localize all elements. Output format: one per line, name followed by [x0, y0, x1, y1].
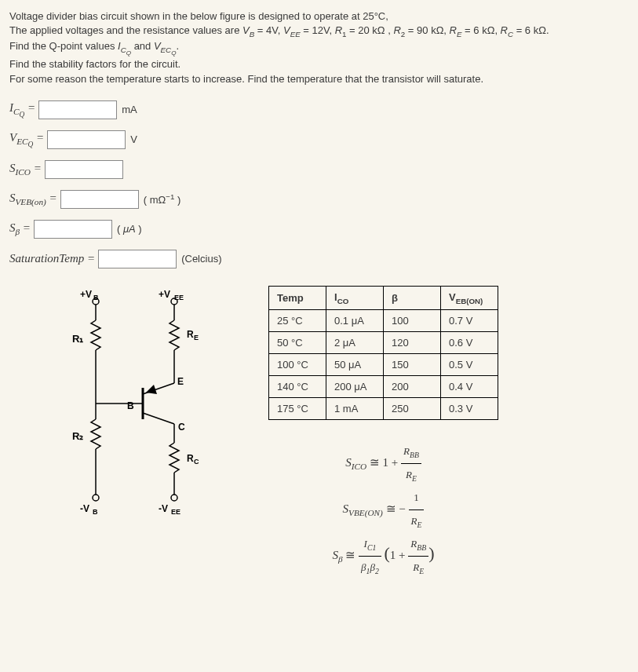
sattemp-input[interactable]: [98, 250, 177, 268]
svg-text:-V: -V: [159, 503, 168, 514]
th-ico: ICO: [326, 286, 384, 310]
svg-text:B: B: [93, 508, 98, 516]
th-temp: Temp: [269, 286, 326, 310]
line1: Voltage divider bias circuit shown in th…: [9, 9, 629, 24]
problem-statement: Voltage divider bias circuit shown in th…: [9, 9, 629, 86]
vecq-unit: V: [130, 133, 137, 145]
sbeta-input[interactable]: [34, 220, 112, 239]
circuit-diagram: +V B R₁ R₂ -V B +V EE R: [49, 286, 229, 537]
svg-text:EE: EE: [171, 508, 180, 516]
table-header-row: Temp ICO β VEB(ON): [269, 286, 498, 310]
icq-label: ICQ =: [9, 101, 35, 119]
transistor-data-table: Temp ICO β VEB(ON) 25 °C0.1 μA1000.7 V 5…: [268, 286, 498, 421]
vecq-input[interactable]: [47, 130, 126, 149]
svg-text:R₁: R₁: [72, 333, 83, 345]
sico-input[interactable]: [45, 160, 123, 179]
svg-point-32: [171, 495, 177, 501]
table-row: 140 °C200 μA2000.4 V: [269, 376, 498, 398]
sattemp-unit: (Celcius): [181, 253, 221, 265]
table-row: 25 °C0.1 μA1000.7 V: [269, 310, 498, 332]
svg-text:B: B: [127, 400, 134, 411]
th-beta: β: [384, 286, 441, 310]
svg-text:EE: EE: [174, 294, 184, 301]
line2: The applied voltages and the resistance …: [9, 24, 629, 39]
line4: Find the stability factors for the circu…: [9, 57, 629, 71]
svebon-unit: ( mΩ−1 ): [144, 192, 181, 206]
svg-marker-24: [146, 385, 157, 394]
svg-text:R₂: R₂: [72, 430, 83, 442]
svg-text:C: C: [194, 458, 199, 466]
svg-text:E: E: [177, 376, 184, 387]
svg-text:-V: -V: [80, 503, 89, 514]
line5: For some reason the temperature starts t…: [9, 72, 629, 86]
sattemp-label: SaturationTemp =: [9, 252, 95, 265]
vecq-label: VECQ =: [9, 131, 44, 148]
sbeta-label: Sβ =: [9, 221, 31, 236]
icq-unit: mA: [122, 104, 137, 115]
table-row: 175 °C1 mA2500.3 V: [269, 398, 498, 420]
icq-input[interactable]: [38, 100, 117, 119]
svg-text:R: R: [187, 329, 194, 340]
svg-point-10: [93, 495, 99, 501]
svg-line-26: [143, 413, 174, 424]
svg-text:C: C: [178, 422, 185, 433]
svg-text:+V: +V: [159, 289, 170, 300]
stability-formulas: SICO ≅ 1 + RBBRE SVBE(ON) ≅ − 1RE Sβ ≅ I…: [268, 440, 498, 579]
table-row: 100 °C50 μA1500.5 V: [269, 354, 498, 376]
svg-text:B: B: [93, 294, 99, 301]
formula-svbeon: SVBE(ON) ≅ − 1RE: [268, 487, 498, 533]
formula-sico: SICO ≅ 1 + RBBRE: [268, 440, 498, 487]
sico-label: SICO =: [9, 162, 42, 177]
table-row: 50 °C2 μA1200.6 V: [269, 332, 498, 354]
formula-sbeta: Sβ ≅ IC1β1β2 (1 + RBBRE): [268, 533, 498, 579]
svg-text:E: E: [194, 334, 199, 341]
svg-text:R: R: [187, 453, 194, 464]
line3: Find the Q-point values ICQ and VECQ.: [9, 39, 629, 57]
svg-text:+V: +V: [80, 289, 92, 300]
sbeta-unit: ( μA ): [117, 223, 142, 235]
svebon-input[interactable]: [60, 190, 139, 209]
th-vebon: VEB(ON): [441, 286, 498, 310]
svebon-label: SVEB(on) =: [9, 192, 57, 206]
